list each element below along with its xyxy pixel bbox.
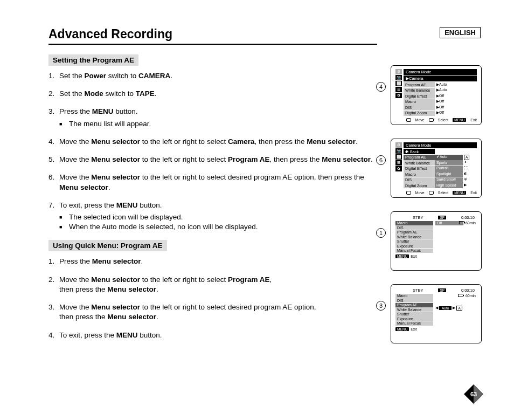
diagram-number: 3 xyxy=(376,301,386,311)
quick-menu-list: MacroDISProgram AEWhite BalanceShutterEx… xyxy=(395,221,433,253)
section-header-setting: Setting the Program AE xyxy=(48,54,138,66)
quick-menu-item: Shutter xyxy=(395,312,433,316)
step-item: Set the Mode switch to TAPE. xyxy=(48,89,377,99)
quick-menu-item: DIS xyxy=(395,225,433,230)
quick-menu-item: DIS xyxy=(395,298,433,302)
diagram-4: 4 ⚙📷⬜☰✿ Camera Mode ▶Camera Program AE▶A… xyxy=(391,65,482,125)
selected-value: Auto xyxy=(439,306,452,310)
diagram-1: 1 STBY SP 0:00:10 MacroDISProgram AEWhit… xyxy=(391,211,482,271)
menu-row: Digital Zoom▶Off xyxy=(404,111,477,116)
mode-badge: A xyxy=(456,306,462,311)
section-header-quickmenu: Using Quick Menu: Program AE xyxy=(48,240,167,251)
time-label: 0:00:10 xyxy=(461,215,475,220)
language-label: ENGLISH xyxy=(440,27,481,38)
quick-menu-list: MacroDISProgram AEWhite BalanceShutterEx… xyxy=(395,294,433,326)
stby-label: STBY xyxy=(413,215,423,220)
step-item: Press the Menu selector. xyxy=(48,257,377,266)
quick-menu-item: Exposure xyxy=(395,316,433,321)
battery-icon xyxy=(459,221,464,224)
step-item: Move the Menu selector to the left or ri… xyxy=(48,137,377,147)
quick-menu-item: Manual Focus xyxy=(395,321,433,326)
menu-chip: MENU xyxy=(453,191,466,195)
quick-menu-item: Shutter xyxy=(395,239,433,244)
step-item: Move the Menu selector to the left or ri… xyxy=(48,155,377,164)
svg-text:63: 63 xyxy=(470,391,477,397)
diagram-column: 4 ⚙📷⬜☰✿ Camera Mode ▶Camera Program AE▶A… xyxy=(377,54,482,357)
step-sub-item: The menu list will appear. xyxy=(59,119,377,129)
step-sub-item: The selected icon will be displayed. xyxy=(59,212,377,222)
menu-header: Camera Mode xyxy=(404,142,477,148)
quick-menu-item: Macro xyxy=(395,221,433,225)
step-item: Move the Menu selector to the left or ri… xyxy=(48,173,377,192)
quick-menu-item: Program AE xyxy=(395,230,433,235)
page-number-badge: 63 xyxy=(463,383,484,405)
quick-menu-item: Exposure xyxy=(395,244,433,248)
menu-row: MacroSpotlight◐ xyxy=(404,171,477,177)
quick-menu-item: White Balance xyxy=(395,235,433,239)
menu-row: Macro▶Off xyxy=(404,99,477,105)
diagram-3: 3 STBY SP 0:00:10 MacroDISProgram AEWhit… xyxy=(391,284,482,343)
quick-menu-item: Manual Focus xyxy=(395,249,433,253)
sp-chip: SP xyxy=(438,216,446,219)
steps-list-2: Press the Menu selector.Move the Menu se… xyxy=(48,257,377,340)
back-row: 🡹 Back xyxy=(404,149,435,154)
steps-list-1: Set the Power switch to CAMERA.Set the M… xyxy=(48,71,377,232)
select-icon xyxy=(429,118,434,122)
menu-row: DIS▶Off xyxy=(404,105,477,110)
menu-header: Camera Mode xyxy=(404,69,477,75)
page-title: Advanced Recording xyxy=(48,27,377,45)
step-item: Press the MENU button.The menu list will… xyxy=(48,107,377,128)
select-icon xyxy=(429,191,434,195)
menu-row: Digital ZoomHigh Speed▶ xyxy=(404,183,477,188)
menu-row: White Balance▶Auto xyxy=(404,88,477,93)
menu-icon-column: ⚙📷⬜☰✿ xyxy=(395,142,402,189)
step-sub-item: When the Auto mode is selected, no icon … xyxy=(59,222,377,232)
sp-chip: SP xyxy=(438,288,446,292)
step-item: To exit, press the MENU button. xyxy=(48,331,377,340)
remain-label: 60min xyxy=(466,221,476,225)
main-text-column: Setting the Program AE Set the Power swi… xyxy=(48,54,377,357)
diagram-6: 6 ⚙📷⬜☰✿ Camera Mode 🡹 Back Program AE✔Au… xyxy=(391,139,482,198)
quick-menu-item: Macro xyxy=(395,294,433,298)
quick-menu-item: Program AE xyxy=(395,303,433,307)
step-item: Move the Menu selector to the left or ri… xyxy=(48,275,377,294)
diagram-number: 4 xyxy=(376,82,386,92)
menu-chip: MENU xyxy=(453,118,466,122)
step-item: To exit, press the MENU button.The selec… xyxy=(48,201,377,232)
menu-row: Program AE▶Auto xyxy=(404,82,477,87)
time-label: 0:00:10 xyxy=(461,288,475,293)
exit-footer: MENUExit xyxy=(395,254,477,258)
menu-row: White BalanceSports✦ xyxy=(404,160,477,166)
step-item: Move the Menu selector to the left or ri… xyxy=(48,302,377,322)
move-icon xyxy=(406,191,411,195)
menu-row: Digital Effect▶Off xyxy=(404,93,477,99)
diagram-footer: Move Select MENUExit xyxy=(395,191,477,195)
step-item: Set the Power switch to CAMERA. xyxy=(48,71,377,81)
battery-icon xyxy=(458,294,463,297)
diagram-footer: Move Select MENUExit xyxy=(395,118,477,122)
move-icon xyxy=(406,118,411,122)
menu-subheader: ▶Camera xyxy=(404,75,477,81)
quick-menu-item: White Balance xyxy=(395,307,433,312)
remain-label: 60min xyxy=(466,294,476,298)
diagram-number: 6 xyxy=(376,155,386,165)
exit-footer: MENUExit xyxy=(395,327,477,331)
stby-label: STBY xyxy=(413,288,423,293)
menu-row: Digital EffectPortrait⛶ xyxy=(404,166,477,171)
diagram-number: 1 xyxy=(376,228,386,238)
menu-icon-column: ⚙📷⬜☰✿ xyxy=(395,69,402,116)
menu-row: Program AE✔AutoA xyxy=(404,155,477,160)
menu-row: DISSand/Snow❄ xyxy=(404,177,477,183)
